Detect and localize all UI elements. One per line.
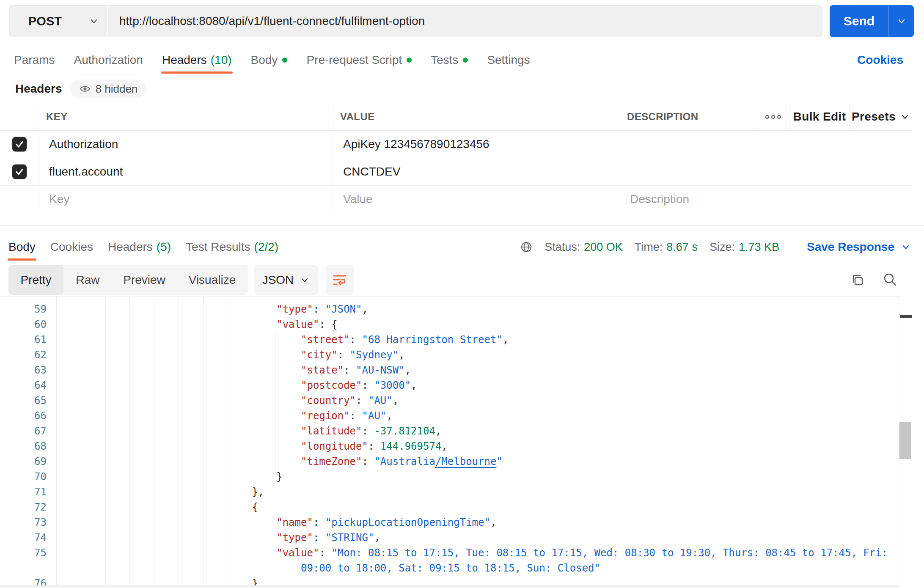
tab-count-badge: (5) [157,240,171,254]
bulk-edit-button[interactable]: Bulk Edit [793,110,846,124]
presets-cell: Presets [850,103,912,130]
code-line: 09:00 to 18:00, Sat: 09:15 to 18:15, Sun… [0,561,899,576]
token-pun: : [362,425,374,437]
line-content: "value": { [56,317,338,332]
token-str: "68 Harringston Street" [362,334,503,346]
line-number: 66 [0,408,47,423]
token-pun: , [503,334,509,346]
view-tab-raw[interactable]: Raw [63,265,112,295]
request-tab-settings[interactable]: Settings [487,47,530,73]
token-pun: { [331,319,337,330]
method-select[interactable]: POST [10,5,107,37]
copy-response-button[interactable] [850,273,865,287]
row-enabled-checkbox[interactable] [12,137,27,151]
row-enabled-checkbox[interactable] [12,165,27,179]
line-number: 64 [0,378,47,393]
view-tab-pretty[interactable]: Pretty [8,265,63,295]
request-tab-body[interactable]: Body [251,47,288,73]
token-pun: : [319,547,331,559]
send-label: Send [844,14,874,28]
line-content: } [56,576,258,585]
header-row: fluent.accountCNCTDEV [0,158,912,186]
send-options-button[interactable] [889,5,914,37]
code-line: 65"country": "AU", [0,393,899,408]
response-tab-headers[interactable]: Headers(5) [108,234,171,260]
save-response-button[interactable]: Save Response [807,240,911,254]
code-line: 60"value": { [0,317,899,332]
token-pun: : [319,319,331,330]
presets-button[interactable]: Presets [852,110,910,124]
eye-icon [79,83,91,95]
response-tab-body[interactable]: Body [8,234,36,260]
description-cell[interactable] [620,131,912,158]
column-key: KEY [39,103,333,130]
request-tab-tests[interactable]: Tests [431,47,468,73]
hidden-headers-toggle[interactable]: 8 hidden [70,80,147,98]
description-cell[interactable] [620,158,912,185]
token-pun: , [374,532,380,544]
view-tab-visualize[interactable]: Visualize [176,265,248,295]
description-input-placeholder[interactable]: Description [620,186,912,213]
code-line: 68"longitude": 144.969574, [0,439,899,454]
window-scrollbar-track [917,0,917,588]
response-tab-test-results[interactable]: Test Results(2/2) [186,234,278,260]
token-pun: : [368,440,380,452]
more-options-cell [757,103,789,130]
horizontal-scrollbar-track[interactable] [0,585,899,588]
url-input[interactable]: http://localhost:8080/api/v1/fluent-conn… [108,5,822,37]
cookies-link[interactable]: Cookies [857,47,903,73]
token-pun: , [490,517,496,528]
key-cell[interactable]: fluent.account [39,158,333,185]
chevron-down-icon [896,15,908,27]
request-tab-headers[interactable]: Headers(10) [162,47,232,73]
modified-dot-icon [463,58,468,63]
divider [0,225,924,226]
wrap-lines-button[interactable] [326,265,354,295]
token-pun: , [362,303,368,315]
table-header-row: KEYVALUEDESCRIPTIONBulk EditPresets [0,103,912,131]
time-label: Time: [635,241,663,254]
token-str: "Sydney" [350,349,399,361]
token-num: -37.812104 [374,425,435,437]
request-tab-pre-request-script[interactable]: Pre-request Script [306,47,412,73]
column-value: VALUE [333,103,620,130]
tab-label: Headers [108,240,153,254]
request-tab-authorization[interactable]: Authorization [74,47,143,73]
value-input-placeholder[interactable]: Value [333,186,620,213]
line-content: } [56,469,283,484]
more-options-icon[interactable] [765,115,781,119]
response-body-viewer[interactable]: 59"type": "JSON",60"value": {61"street":… [0,296,899,585]
code-line: 76} [0,576,899,585]
modified-dot-icon [282,58,287,63]
line-number: 61 [0,332,47,347]
line-content: "timeZone": "Australia/Melbourne" [56,454,503,469]
key-input-placeholder[interactable]: Key [39,186,333,213]
search-response-button[interactable] [883,272,898,287]
value-cell[interactable]: ApiKey 1234567890123456 [333,131,620,158]
key-cell[interactable]: Authorization [39,131,333,158]
view-tab-preview[interactable]: Preview [112,265,176,295]
response-tab-cookies[interactable]: Cookies [50,234,93,260]
line-content: "street": "68 Harringston Street", [56,332,509,347]
save-response-label: Save Response [807,240,894,254]
code-line: 70} [0,469,899,484]
code-line: 61"street": "68 Harringston Street", [0,332,899,347]
token-key: "latitude" [301,425,362,437]
value-cell[interactable]: CNCTDEV [333,158,620,185]
time-indicator: Time: 8.67 s [635,241,698,254]
token-pun: }, [252,486,264,498]
token-key: "city" [301,349,338,361]
response-meta: Status: 200 OK Time: 8.67 s Size: 1.73 K… [520,234,911,261]
line-number: 62 [0,347,47,363]
format-select[interactable]: JSON [254,265,318,295]
request-tab-params[interactable]: Params [14,47,55,73]
token-pun: , [386,410,392,422]
code-line: 67"latitude": -37.812104, [0,423,899,439]
timezone-link[interactable]: /Melbourne [435,456,497,467]
line-content: "longitude": 144.969574, [56,439,448,454]
new-header-row: KeyValueDescription [0,186,912,213]
vertical-scrollbar-thumb[interactable] [899,422,911,459]
column-description: DESCRIPTION [620,103,757,130]
send-button[interactable]: Send [830,5,888,37]
network-globe-icon[interactable] [520,241,533,253]
